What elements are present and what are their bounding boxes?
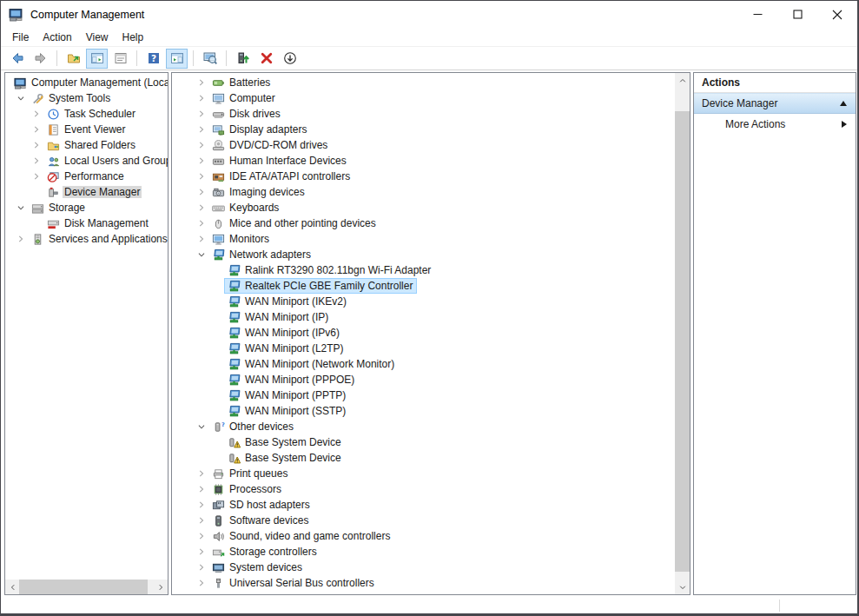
update-driver-button[interactable] [232, 49, 254, 69]
tree-item-wan-miniport-ip[interactable]: WAN Miniport (IP) [172, 309, 675, 325]
tree-item-sound-video-and-game-controllers[interactable]: Sound, video and game controllers [172, 528, 675, 544]
scrollbar-thumb[interactable] [19, 580, 148, 594]
chevron-collapsed-icon[interactable] [14, 232, 28, 246]
tree-item-ralink-rt3290-802-11bgn-wi-fi-adapter[interactable]: Ralink RT3290 802.11bgn Wi-Fi Adapter [172, 262, 675, 278]
chevron-collapsed-icon[interactable] [195, 216, 208, 230]
chevron-collapsed-icon[interactable] [195, 576, 208, 590]
chevron-collapsed-icon[interactable] [195, 185, 208, 199]
chevron-collapsed-icon[interactable] [195, 201, 208, 215]
tree-item-event-viewer[interactable]: Event Viewer [5, 122, 168, 137]
tree-item-wan-miniport-sstp[interactable]: WAN Miniport (SSTP) [172, 403, 675, 419]
horizontal-scrollbar[interactable] [5, 580, 168, 594]
tree-item-shared-folders[interactable]: Shared Folders [5, 137, 168, 153]
chevron-collapsed-icon[interactable] [30, 154, 43, 168]
menu-help[interactable]: Help [116, 29, 151, 46]
show-action-pane-button[interactable] [166, 49, 188, 69]
forward-button[interactable] [30, 49, 51, 69]
tree-item-processors[interactable]: Processors [172, 481, 675, 497]
menu-view[interactable]: View [79, 29, 116, 46]
tree-item-device-manager[interactable]: Device Manager [5, 184, 168, 200]
chevron-expanded-icon[interactable] [14, 201, 28, 215]
properties-button[interactable] [109, 49, 131, 69]
chevron-expanded-icon[interactable] [14, 91, 28, 105]
chevron-expanded-icon[interactable] [195, 420, 208, 434]
chevron-collapsed-icon[interactable] [195, 123, 208, 136]
tree-item-services-and-applications[interactable]: Services and Applications [5, 231, 168, 247]
tree-item-mice-and-other-pointing-devices[interactable]: Mice and other pointing devices [172, 215, 675, 231]
tree-item-wan-miniport-pptp[interactable]: WAN Miniport (PPTP) [172, 387, 675, 403]
scrollbar-thumb[interactable] [675, 111, 690, 572]
minimize-button[interactable] [737, 1, 777, 28]
collapse-group-icon[interactable] [840, 101, 847, 106]
chevron-collapsed-icon[interactable] [195, 232, 208, 246]
tree-item-universal-serial-bus-controllers[interactable]: Universal Serial Bus controllers [172, 575, 675, 591]
chevron-collapsed-icon[interactable] [195, 529, 208, 543]
tree-item-keyboards[interactable]: Keyboards [172, 200, 675, 215]
tree-item-other-devices[interactable]: ?Other devices [172, 419, 675, 434]
menu-file[interactable]: File [5, 29, 36, 46]
tree-item-performance[interactable]: Performance [5, 169, 168, 184]
actions-group-device-manager[interactable]: Device Manager [694, 93, 856, 114]
tree-item-human-interface-devices[interactable]: Human Interface Devices [172, 153, 675, 169]
chevron-collapsed-icon[interactable] [195, 498, 208, 512]
tree-item-storage-controllers[interactable]: Storage controllers [172, 544, 675, 560]
chevron-collapsed-icon[interactable] [195, 76, 208, 89]
chevron-collapsed-icon[interactable] [195, 91, 208, 105]
vertical-scrollbar[interactable] [675, 73, 690, 594]
tree-item-system-tools[interactable]: System Tools [5, 90, 168, 106]
tree-item-print-queues[interactable]: Print queues [172, 466, 675, 481]
chevron-collapsed-icon[interactable] [30, 123, 43, 136]
chevron-collapsed-icon[interactable] [195, 467, 208, 480]
tree-item-disk-management[interactable]: Disk Management [5, 215, 168, 231]
tree-item-base-system-device[interactable]: Base System Device [172, 434, 675, 450]
chevron-collapsed-icon[interactable] [195, 154, 208, 168]
tree-item-base-system-device[interactable]: Base System Device [172, 450, 675, 466]
chevron-expanded-icon[interactable] [195, 248, 208, 262]
chevron-collapsed-icon[interactable] [30, 169, 43, 183]
chevron-collapsed-icon[interactable] [195, 138, 208, 152]
tree-item-dvd-cd-rom-drives[interactable]: DVD/CD-ROM drives [172, 137, 675, 153]
tree-item-network-adapters[interactable]: Network adapters [172, 247, 675, 262]
tree-item-local-users-and-groups[interactable]: Local Users and Groups [5, 153, 168, 169]
tree-item-wan-miniport-l2tp[interactable]: WAN Miniport (L2TP) [172, 341, 675, 356]
tree-item-wan-miniport-pppoe[interactable]: WAN Miniport (PPPOE) [172, 372, 675, 387]
tree-item-software-devices[interactable]: Software devices [172, 513, 675, 528]
chevron-collapsed-icon[interactable] [195, 169, 208, 183]
tree-item-wan-miniport-ikev2[interactable]: WAN Miniport (IKEv2) [172, 294, 675, 309]
chevron-collapsed-icon[interactable] [195, 107, 208, 121]
scroll-right-button[interactable] [153, 580, 168, 594]
tree-item-imaging-devices[interactable]: Imaging devices [172, 184, 675, 200]
maximize-button[interactable] [777, 1, 817, 28]
back-button[interactable] [6, 49, 28, 69]
chevron-collapsed-icon[interactable] [195, 545, 208, 559]
scroll-up-button[interactable] [675, 73, 690, 88]
close-button[interactable] [817, 1, 857, 28]
tree-item-wan-miniport-ipv6[interactable]: WAN Miniport (IPv6) [172, 325, 675, 341]
tree-item-computer-management-local[interactable]: Computer Management (Local [5, 75, 168, 90]
scan-hardware-changes-button[interactable] [199, 49, 221, 69]
show-console-tree-button[interactable] [86, 49, 108, 69]
menu-action[interactable]: Action [36, 29, 78, 46]
chevron-collapsed-icon[interactable] [30, 107, 43, 121]
tree-item-ide-ata-atapi-controllers[interactable]: IDE ATA/ATAPI controllers [172, 169, 675, 184]
tree-item-storage[interactable]: Storage [5, 200, 168, 215]
tree-item-system-devices[interactable]: System devices [172, 560, 675, 575]
export-list-button[interactable] [63, 49, 84, 69]
chevron-collapsed-icon[interactable] [195, 482, 208, 496]
disable-device-button[interactable] [279, 49, 301, 69]
scroll-left-button[interactable] [5, 580, 20, 594]
tree-item-monitors[interactable]: Monitors [172, 231, 675, 247]
titlebar[interactable]: Computer Management [1, 1, 857, 28]
tree-item-computer[interactable]: Computer [172, 90, 675, 106]
scroll-down-button[interactable] [675, 580, 690, 594]
tree-item-sd-host-adapters[interactable]: SD host adapters [172, 497, 675, 513]
tree-item-realtek-pcie-gbe-family-controller[interactable]: Realtek PCIe GBE Family Controller [172, 278, 675, 294]
chevron-collapsed-icon[interactable] [195, 560, 208, 574]
tree-item-task-scheduler[interactable]: Task Scheduler [5, 106, 168, 122]
more-actions-item[interactable]: More Actions [694, 114, 856, 134]
chevron-collapsed-icon[interactable] [195, 513, 208, 527]
tree-item-wan-miniport-network-monitor[interactable]: WAN Miniport (Network Monitor) [172, 356, 675, 372]
help-button[interactable]: ? [142, 49, 164, 69]
chevron-collapsed-icon[interactable] [30, 138, 43, 152]
tree-item-display-adapters[interactable]: Display adapters [172, 122, 675, 137]
